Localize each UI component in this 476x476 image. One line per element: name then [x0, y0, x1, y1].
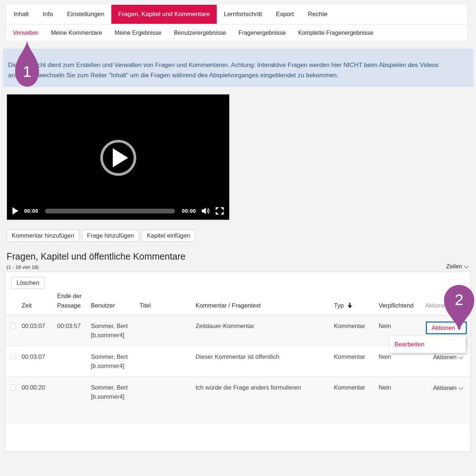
header-zeit[interactable]: Zeit: [22, 291, 57, 315]
row-actions-dropdown[interactable]: Aktionen: [429, 352, 467, 362]
rows-per-page-dropdown[interactable]: Zeilen: [446, 263, 468, 270]
cell-benutzer: Sommer, Bert [b.som­mer4]: [91, 346, 140, 377]
volume-icon[interactable]: [201, 207, 210, 215]
cell-titel: [140, 377, 196, 423]
tab-info[interactable]: Info: [36, 5, 60, 24]
sub-tabbar: Verwalten Meine Kommentare Meine Ergebni…: [7, 25, 467, 41]
header-typ[interactable]: Typ: [334, 291, 379, 315]
tab-lernfortschritt[interactable]: Lernfortschritt: [217, 5, 269, 24]
subtab-benutzerergebnisse[interactable]: Benutzerergebnisse: [168, 30, 232, 36]
play-icon[interactable]: [12, 207, 18, 215]
table-row: 00:00:20 Sommer, Bert [b.som­mer4] Ich w…: [5, 377, 471, 423]
cell-ende: 00:03:57: [57, 315, 91, 346]
cell-typ: Kommentar: [334, 346, 379, 377]
video-controls: 00:00 00:00: [7, 202, 229, 220]
cell-typ: Kommentar: [334, 315, 379, 346]
row-checkbox[interactable]: [10, 384, 16, 390]
progress-bar[interactable]: [45, 209, 175, 213]
subtab-meine-kommentare[interactable]: Meine Kommentare: [45, 30, 108, 36]
chevron-down-icon: [458, 385, 463, 390]
row-actions-dropdown[interactable]: Aktionen: [429, 383, 467, 393]
step-marker-2-number: 2: [443, 292, 475, 308]
fullscreen-icon[interactable]: [216, 207, 224, 215]
header-select: [5, 291, 22, 315]
step-marker-1-number: 1: [15, 64, 40, 79]
step-marker-1: 1: [15, 41, 40, 87]
cell-verpflichtend: Nein: [379, 377, 425, 423]
insert-chapter-button[interactable]: Kapitel einfügen: [142, 230, 195, 242]
video-actions-toolbar: Kommentar hinzufügen Frage hinzufügen Ka…: [7, 230, 195, 242]
cell-zeit: 00:00:20: [22, 377, 57, 423]
menu-item-bearbeiten[interactable]: Bearbeiten: [390, 336, 466, 353]
cell-ende: [57, 346, 91, 377]
add-comment-button[interactable]: Kommentar hinzufügen: [7, 230, 79, 242]
cell-benutzer: Sommer, Bert [b.som­mer4]: [91, 377, 140, 423]
add-question-button[interactable]: Frage hinzufügen: [82, 230, 139, 242]
tab-export[interactable]: Export: [269, 5, 301, 24]
row-checkbox[interactable]: [10, 354, 16, 359]
chevron-down-icon: [464, 264, 469, 268]
subtab-meine-ergebnisse[interactable]: Meine Ergebnisse: [108, 30, 168, 36]
pagination-info: (1 - 18 von 18): [7, 264, 39, 270]
header-benutzer[interactable]: Benutzer: [91, 291, 140, 315]
comments-table-container: Löschen Zeit Ende der Pas­sage Benutzer …: [5, 272, 471, 452]
header-kommentar-fragentext[interactable]: Kommentar / Fragentext: [196, 291, 334, 315]
info-message-text: Diese Ansicht dient zum Erstellen und Ve…: [8, 62, 439, 79]
subtab-fragenergebnisse[interactable]: Fragenergebnisse: [232, 30, 292, 36]
chevron-down-icon: [458, 354, 463, 359]
play-triangle-icon: [113, 148, 128, 167]
cell-zeit: 00:03:07: [22, 315, 57, 346]
info-message-box: Diese Ansicht dient zum Erstellen und Ve…: [3, 49, 473, 87]
play-circle-icon[interactable]: [100, 140, 136, 176]
cell-kommentar: Ich würde die Frage anders formulieren: [196, 377, 334, 423]
cell-zeit: 00:03:07: [22, 346, 57, 377]
table-row: 00:03:07 00:03:57 Sommer, Bert [b.som­me…: [5, 315, 471, 346]
header-ende-der-passage[interactable]: Ende der Pas­sage: [57, 291, 91, 315]
tab-inhalt[interactable]: Inhalt: [7, 5, 36, 24]
actions-dropdown-menu: Bearbeiten: [390, 336, 466, 353]
step-marker-2: 2: [443, 285, 475, 331]
sort-descending-icon: [347, 303, 352, 308]
cell-benutzer: Sommer, Bert [b.som­mer4]: [91, 315, 140, 346]
current-time: 00:00: [24, 208, 38, 214]
table-header-row: Zeit Ende der Pas­sage Benutzer Titel Ko…: [5, 291, 471, 315]
subtab-verwalten[interactable]: Verwalten: [7, 30, 45, 36]
rows-per-page-label: Zeilen: [446, 263, 462, 269]
tab-fragen-kapitel-kommentare[interactable]: Fragen, Kapitel und Kommentare: [111, 5, 217, 24]
row-checkbox[interactable]: [10, 323, 16, 328]
cell-titel: [140, 315, 196, 346]
cell-titel: [140, 346, 196, 377]
cell-typ: Kommentar: [334, 377, 379, 423]
video-player: 00:00 00:00: [7, 94, 230, 220]
cell-kommentar: Zeitdauer-Kommentar: [196, 315, 334, 346]
delete-button[interactable]: Löschen: [11, 277, 44, 289]
cell-ende: [57, 377, 91, 423]
main-tabbar: Inhalt Info Einstellungen Fragen, Kapite…: [7, 5, 467, 24]
total-time: 00:00: [182, 208, 196, 214]
header-titel[interactable]: Titel: [140, 291, 196, 315]
cell-kommentar: Dieser Kommentar ist öffentlich: [196, 346, 334, 377]
header-verpflichtend[interactable]: Verpflichtend: [379, 291, 425, 315]
comments-table: Zeit Ende der Pas­sage Benutzer Titel Ko…: [5, 291, 471, 423]
subtab-komplette-fragenergebnisse[interactable]: Komplette Fragenergebnisse: [292, 30, 379, 36]
tab-einstellungen[interactable]: Einstellungen: [60, 5, 111, 24]
tab-rechte[interactable]: Rechte: [301, 5, 335, 24]
section-title: Fragen, Kapitel und öffentliche Kommenta…: [7, 251, 186, 262]
